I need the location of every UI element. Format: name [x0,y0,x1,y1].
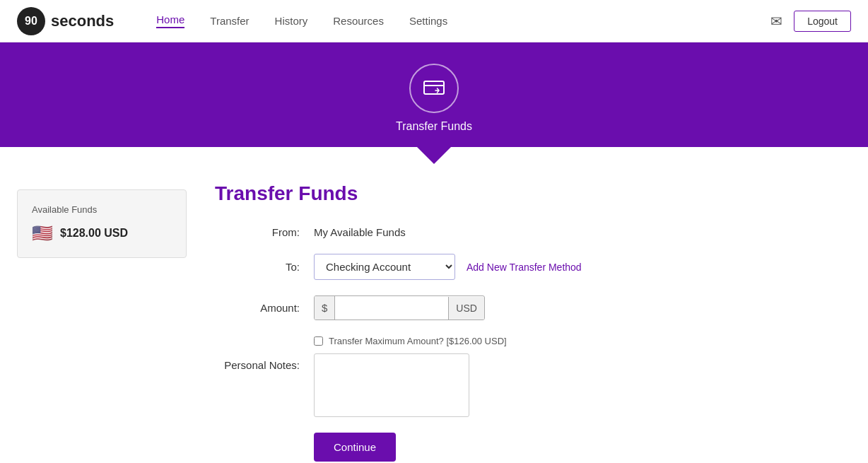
nav-transfer[interactable]: Transfer [210,15,249,27]
to-select-wrapper: Checking Account Savings Account Add New… [314,254,582,280]
add-transfer-link[interactable]: Add New Transfer Method [467,262,582,273]
notes-label: Personal Notes: [215,353,314,371]
svg-rect-0 [424,81,444,94]
from-value: My Available Funds [314,226,406,238]
logo-name: seconds [51,12,114,30]
to-label: To: [215,261,314,273]
from-row: From: My Available Funds [215,226,851,238]
hero-banner: Transfer Funds [0,42,868,147]
funds-row: 🇺🇸 $128.00 USD [32,223,172,243]
checkbox-label: Transfer Maximum Amount? [$126.00 USD] [329,336,507,346]
nav-settings[interactable]: Settings [409,15,447,27]
notes-textarea[interactable] [314,353,469,417]
logout-button[interactable]: Logout [794,11,851,32]
nav-resources[interactable]: Resources [333,15,384,27]
notes-row: Personal Notes: [215,353,851,417]
to-row: To: Checking Account Savings Account Add… [215,254,851,280]
flag-icon: 🇺🇸 [32,223,53,243]
main-content: Available Funds 🇺🇸 $128.00 USD Transfer … [0,147,868,463]
to-select[interactable]: Checking Account Savings Account [314,254,455,280]
amount-suffix: USD [448,297,484,320]
page-title: Transfer Funds [215,182,851,205]
hero-icon [409,64,459,113]
logo-symbol: 90 [17,7,45,35]
mail-icon[interactable]: ✉ [770,13,782,30]
amount-row: Amount: $ USD [215,295,851,320]
nav-home[interactable]: Home [156,13,184,28]
checkbox-row: Transfer Maximum Amount? [$126.00 USD] [314,336,851,346]
from-label: From: [215,226,314,238]
header: 90 seconds Home Transfer History Resourc… [0,0,868,42]
logo[interactable]: 90 seconds [17,7,114,35]
nav-history[interactable]: History [275,15,308,27]
header-actions: ✉ Logout [770,11,851,32]
available-funds-title: Available Funds [32,204,172,215]
main-nav: Home Transfer History Resources Settings [156,13,770,28]
funds-amount: $128.00 USD [60,227,128,240]
hero-arrow [417,147,451,164]
sidebar-card: Available Funds 🇺🇸 $128.00 USD [17,189,187,258]
amount-prefix: $ [315,296,335,320]
transfer-form-area: Transfer Funds From: My Available Funds … [215,175,851,462]
amount-input-wrapper: $ USD [314,295,485,320]
continue-button[interactable]: Continue [314,433,396,462]
hero-title: Transfer Funds [396,120,472,133]
amount-input[interactable] [335,296,448,320]
amount-label: Amount: [215,302,314,314]
max-amount-checkbox[interactable] [314,336,323,346]
